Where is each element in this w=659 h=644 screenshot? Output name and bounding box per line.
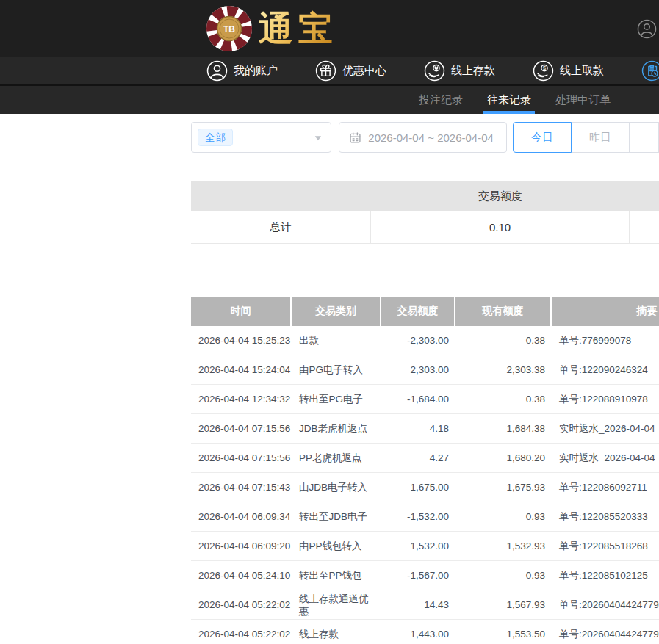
tab-transaction-records[interactable]: 往来记录 xyxy=(487,86,531,114)
nav-label: 线上取款 xyxy=(560,64,604,78)
cell-balance: 1,567.93 xyxy=(455,598,552,611)
table-body: 2026-04-04 15:25:23 出款 -2,303.00 0.38 单号… xyxy=(191,326,659,644)
cell-memo: 单号:122088910978 xyxy=(552,393,659,405)
cell-time: 2026-04-04 05:22:02 xyxy=(191,628,292,640)
summary-header-row: 交易额度 xyxy=(191,181,659,211)
table-row: 2026-04-04 15:24:04 由PG电子转入 2,303.00 2,3… xyxy=(191,355,659,385)
cell-time: 2026-04-04 15:25:23 xyxy=(191,334,292,347)
cell-time: 2026-04-04 07:15:56 xyxy=(191,422,292,435)
col-header-balance: 现有额度 xyxy=(455,297,552,326)
deposit-coin-hand-icon xyxy=(424,60,445,82)
summary-total-amount: 0.10 xyxy=(371,211,630,243)
nav-item-promotions[interactable]: 优惠中心 xyxy=(315,60,386,82)
summary-total-label: 总计 xyxy=(191,211,371,243)
brand-header: TB 通宝 xyxy=(0,0,659,57)
cell-balance: 1,680.20 xyxy=(455,452,552,464)
summary-table: 交易额度 总计 0.10 xyxy=(191,181,659,244)
svg-text:TB: TB xyxy=(223,24,235,35)
cell-type: 转出至PP钱包 xyxy=(292,569,381,582)
transactions-table: 时间 交易类别 交易额度 现有额度 摘要 2026-04-04 15:25:23… xyxy=(191,297,659,644)
filter-row: 全部 ▼ 2026-04-04 ~ 2026-04-04 今日 昨日 xyxy=(191,122,659,153)
cell-balance: 0.38 xyxy=(455,393,552,405)
cell-type: 由PP钱包转入 xyxy=(292,540,381,552)
table-row: 2026-04-04 07:15:43 由JDB电子转入 1,675.00 1,… xyxy=(191,473,659,502)
nav-label: 优惠中心 xyxy=(342,64,386,78)
cell-memo: 单号:202604044247797 xyxy=(552,598,659,611)
cell-amount: 1,675.00 xyxy=(381,481,455,493)
cell-amount: -1,567.00 xyxy=(381,569,455,582)
cell-type: 转出至JDB电子 xyxy=(292,510,381,523)
cell-type: PP老虎机返点 xyxy=(292,452,381,464)
cell-time: 2026-04-04 07:15:56 xyxy=(191,452,292,464)
nav-item-withdraw[interactable]: $ 线上取款 xyxy=(533,60,604,82)
date-range-input[interactable]: 2026-04-04 ~ 2026-04-04 xyxy=(339,122,507,153)
cell-time: 2026-04-04 15:24:04 xyxy=(191,363,292,376)
cell-type: 线上存款通道优惠 xyxy=(292,593,381,618)
col-header-time: 时间 xyxy=(191,297,292,326)
cell-amount: 14.43 xyxy=(381,598,455,611)
table-row: 2026-04-04 05:22:02 线上存款 1,443.00 1,553.… xyxy=(191,620,659,644)
cell-time: 2026-04-04 06:09:34 xyxy=(191,510,292,523)
tab-label: 往来记录 xyxy=(487,93,531,107)
user-avatar-icon[interactable] xyxy=(637,19,657,39)
yesterday-button[interactable]: 昨日 xyxy=(571,122,630,153)
brand-logo[interactable]: TB 通宝 xyxy=(205,4,338,53)
nav-item-deposit[interactable]: 线上存款 xyxy=(424,60,495,82)
col-header-type: 交易类别 xyxy=(292,297,381,326)
cell-balance: 1,532.93 xyxy=(455,540,552,552)
cell-type: 由PG电子转入 xyxy=(292,363,381,376)
nav-label: 我的账户 xyxy=(234,64,278,78)
cell-type: 转出至PG电子 xyxy=(292,393,381,405)
tab-betting-records[interactable]: 投注纪录 xyxy=(419,86,463,114)
cell-balance: 0.38 xyxy=(455,334,552,347)
cell-type: 出款 xyxy=(292,334,381,347)
cell-amount: 4.18 xyxy=(381,422,455,435)
cell-memo: 实时返水_2026-04-04 xyxy=(552,422,659,435)
cell-memo: 单号:122090246324 xyxy=(552,363,659,376)
withdraw-coin-hand-icon: $ xyxy=(533,60,554,82)
cell-amount: 4.27 xyxy=(381,452,455,464)
table-row: 2026-04-04 05:24:10 转出至PP钱包 -1,567.00 0.… xyxy=(191,561,659,590)
date-range-value: 2026-04-04 ~ 2026-04-04 xyxy=(368,131,494,144)
cell-memo: 单号:776999078 xyxy=(552,334,659,347)
cell-balance: 0.93 xyxy=(455,510,552,523)
table-row: 2026-04-04 07:15:56 PP老虎机返点 4.27 1,680.2… xyxy=(191,444,659,473)
table-row: 2026-04-04 06:09:20 由PP钱包转入 1,532.00 1,5… xyxy=(191,532,659,561)
calendar-icon xyxy=(349,131,361,144)
table-row: 2026-04-04 07:15:56 JDB老虎机返点 4.18 1,684.… xyxy=(191,414,659,444)
tab-pending-orders[interactable]: 处理中订单 xyxy=(555,86,611,114)
col-header-memo: 摘要 xyxy=(552,297,659,326)
summary-empty-cell xyxy=(630,211,659,243)
chevron-down-icon: ▼ xyxy=(313,134,323,142)
today-button[interactable]: 今日 xyxy=(513,122,572,153)
poker-chip-icon: TB xyxy=(205,4,253,53)
cell-balance: 0.93 xyxy=(455,569,552,582)
table-header-row: 时间 交易类别 交易额度 现有额度 摘要 xyxy=(191,297,659,326)
cell-type: 由JDB电子转入 xyxy=(292,481,381,493)
cell-balance: 1,675.93 xyxy=(455,481,552,493)
nav-item-my-account[interactable]: 我的账户 xyxy=(206,60,278,82)
category-select[interactable]: 全部 ▼ xyxy=(191,122,331,153)
content-area: 全部 ▼ 2026-04-04 ~ 2026-04-04 今日 昨日 交易额度 xyxy=(191,114,659,644)
cell-time: 2026-04-04 12:34:32 xyxy=(191,393,292,405)
table-row: 2026-04-04 15:25:23 出款 -2,303.00 0.38 单号… xyxy=(191,326,659,355)
cell-time: 2026-04-04 07:15:43 xyxy=(191,481,292,493)
summary-total-row: 总计 0.10 xyxy=(191,211,659,244)
cell-time: 2026-04-04 05:24:10 xyxy=(191,569,292,582)
main-nav: 我的账户 优惠中心 线上存款 xyxy=(0,57,659,86)
table-row: 2026-04-04 12:34:32 转出至PG电子 -1,684.00 0.… xyxy=(191,385,659,414)
tab-label: 处理中订单 xyxy=(555,93,611,107)
nav-item-records[interactable] xyxy=(641,60,659,82)
cell-amount: -1,532.00 xyxy=(381,510,455,523)
quick-date-buttons: 今日 昨日 xyxy=(513,122,659,153)
cell-time: 2026-04-04 05:22:02 xyxy=(191,598,292,611)
records-clipboard-clock-icon xyxy=(641,60,659,82)
records-subnav: 投注纪录 往来记录 处理中订单 xyxy=(0,86,659,114)
cell-amount: 1,532.00 xyxy=(381,540,455,552)
col-header-amount: 交易额度 xyxy=(381,297,455,326)
cell-type: 线上存款 xyxy=(292,628,381,640)
tab-label: 投注纪录 xyxy=(419,93,463,107)
cell-memo: 单号:122085520333 xyxy=(552,510,659,523)
cell-memo: 实时返水_2026-04-04 xyxy=(552,452,659,464)
quick-range-button-partial[interactable] xyxy=(629,122,659,153)
